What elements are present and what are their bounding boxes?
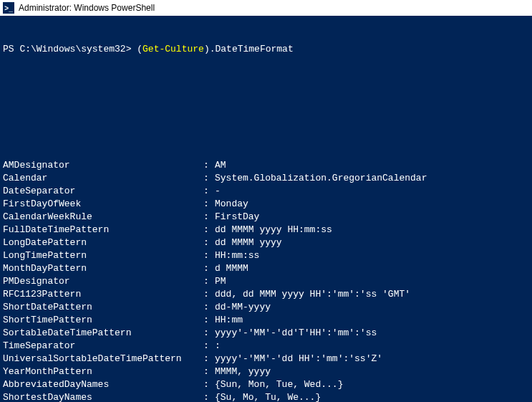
output-row: TimeSeparator: :	[3, 340, 529, 353]
output-row: FullDateTimePattern: dd MMMM yyyy HH:mm:…	[3, 224, 529, 236]
output-row: RFC1123Pattern: ddd, dd MMM yyyy HH':'mm…	[3, 288, 529, 301]
property-name: SortableDateTimePattern	[3, 327, 203, 340]
property-name: RFC1123Pattern	[3, 288, 203, 301]
property-separator: :	[203, 314, 215, 327]
output-row: Calendar: System.Globalization.Gregorian…	[3, 172, 529, 185]
property-value: {Sun, Mon, Tue, Wed...}	[215, 378, 529, 391]
property-name: FullDateTimePattern	[3, 224, 203, 236]
property-name: PMDesignator	[3, 275, 203, 288]
property-name: AbbreviatedDayNames	[3, 378, 203, 391]
property-separator: :	[203, 391, 215, 402]
property-separator: :	[203, 288, 215, 301]
output-row: SortableDateTimePattern: yyyy'-'MM'-'dd'…	[3, 327, 529, 340]
property-value: ddd, dd MMM yyyy HH':'mm':'ss 'GMT'	[215, 288, 529, 301]
property-value: System.Globalization.GregorianCalendar	[215, 172, 529, 185]
property-separator: :	[203, 249, 215, 262]
property-name: ShortTimePattern	[3, 314, 203, 327]
prompt-suffix: .DateTimeFormat	[210, 44, 294, 54]
blank-line	[3, 120, 529, 133]
property-separator: :	[203, 327, 215, 340]
output-row: MonthDayPattern: d MMMM	[3, 262, 529, 275]
property-separator: :	[203, 198, 215, 211]
prompt-prefix: PS C:\Windows\system32>	[3, 44, 137, 54]
property-separator: :	[203, 224, 215, 236]
property-value: :	[215, 340, 529, 353]
property-separator: :	[203, 159, 215, 172]
property-name: AMDesignator	[3, 159, 203, 172]
prompt-rparen: )	[204, 44, 210, 54]
property-value: FirstDay	[215, 211, 529, 224]
property-separator: :	[203, 340, 215, 353]
output-block: AMDesignator: AMCalendar: System.Globali…	[3, 159, 529, 402]
prompt-lparen: (	[137, 44, 142, 54]
output-row: ShortTimePattern: HH:mm	[3, 314, 529, 327]
property-name: CalendarWeekRule	[3, 211, 203, 224]
property-separator: :	[203, 378, 215, 391]
property-separator: :	[203, 365, 215, 378]
property-value: d MMMM	[215, 262, 529, 275]
property-name: FirstDayOfWeek	[3, 198, 203, 211]
property-separator: :	[203, 211, 215, 224]
property-separator: :	[203, 275, 215, 288]
property-name: LongTimePattern	[3, 249, 203, 262]
property-name: YearMonthPattern	[3, 365, 203, 378]
property-separator: :	[203, 301, 215, 314]
property-separator: :	[203, 262, 215, 275]
property-value: {Su, Mo, Tu, We...}	[215, 391, 529, 402]
property-separator: :	[203, 185, 215, 198]
property-value: yyyy'-'MM'-'dd'T'HH':'mm':'ss	[215, 327, 529, 340]
property-separator: :	[203, 353, 215, 365]
output-row: AbbreviatedDayNames: {Sun, Mon, Tue, Wed…	[3, 378, 529, 391]
powershell-icon: >_	[3, 2, 14, 14]
output-row: FirstDayOfWeek: Monday	[3, 198, 529, 211]
output-row: LongTimePattern: HH:mm:ss	[3, 249, 529, 262]
prompt-line: PS C:\Windows\system32> (Get-Culture).Da…	[3, 43, 529, 56]
terminal-area[interactable]: PS C:\Windows\system32> (Get-Culture).Da…	[0, 16, 532, 402]
property-separator: :	[203, 236, 215, 249]
blank-line	[3, 82, 529, 95]
output-row: DateSeparator: -	[3, 185, 529, 198]
property-value: -	[215, 185, 529, 198]
property-value: HH:mm	[215, 314, 529, 327]
output-row: CalendarWeekRule: FirstDay	[3, 211, 529, 224]
property-value: dd-MM-yyyy	[215, 301, 529, 314]
property-name: DateSeparator	[3, 185, 203, 198]
property-name: Calendar	[3, 172, 203, 185]
window-title: Administrator: Windows PowerShell	[19, 3, 155, 13]
property-name: ShortestDayNames	[3, 391, 203, 402]
prompt-cmdlet: Get-Culture	[142, 44, 204, 54]
output-row: AMDesignator: AM	[3, 159, 529, 172]
property-value: yyyy'-'MM'-'dd HH':'mm':'ss'Z'	[215, 353, 529, 365]
output-row: UniversalSortableDateTimePattern: yyyy'-…	[3, 353, 529, 365]
property-value: dd MMMM yyyy HH:mm:ss	[215, 224, 529, 236]
property-separator: :	[203, 172, 215, 185]
property-value: MMMM, yyyy	[215, 365, 529, 378]
property-name: LongDatePattern	[3, 236, 203, 249]
property-value: HH:mm:ss	[215, 249, 529, 262]
output-row: YearMonthPattern: MMMM, yyyy	[3, 365, 529, 378]
output-row: ShortestDayNames: {Su, Mo, Tu, We...}	[3, 391, 529, 402]
output-row: PMDesignator: PM	[3, 275, 529, 288]
property-name: MonthDayPattern	[3, 262, 203, 275]
window-titlebar[interactable]: >_ Administrator: Windows PowerShell	[0, 0, 532, 16]
property-name: ShortDatePattern	[3, 301, 203, 314]
property-name: UniversalSortableDateTimePattern	[3, 353, 203, 365]
property-value: AM	[215, 159, 529, 172]
output-row: ShortDatePattern: dd-MM-yyyy	[3, 301, 529, 314]
property-value: Monday	[215, 198, 529, 211]
property-value: PM	[215, 275, 529, 288]
property-value: dd MMMM yyyy	[215, 236, 529, 249]
output-row: LongDatePattern: dd MMMM yyyy	[3, 236, 529, 249]
property-name: TimeSeparator	[3, 340, 203, 353]
